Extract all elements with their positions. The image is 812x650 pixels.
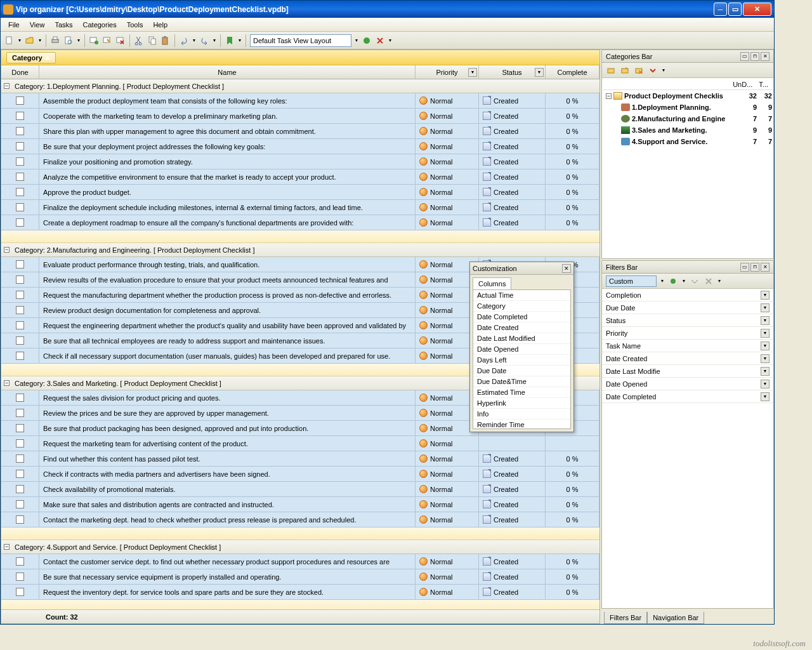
undo-icon[interactable] xyxy=(178,34,190,47)
task-row[interactable]: Analyze the competitive environment to e… xyxy=(1,169,599,185)
edit-task-icon[interactable] xyxy=(101,34,114,47)
menu-file[interactable]: File xyxy=(3,20,25,30)
done-checkbox[interactable] xyxy=(16,321,24,329)
done-checkbox[interactable] xyxy=(16,306,24,314)
filter-dropdown-icon[interactable]: ▼ xyxy=(761,354,769,363)
filter-preset-dropdown[interactable]: ▾ xyxy=(659,278,665,284)
maximize-button[interactable]: ▭ xyxy=(728,3,742,16)
menu-help[interactable]: Help xyxy=(148,20,173,30)
cut-icon[interactable] xyxy=(133,34,145,47)
panel-pin-icon[interactable]: ⊓ xyxy=(750,52,759,61)
task-row[interactable]: Find out whether this content has passed… xyxy=(1,451,599,467)
task-row[interactable]: Check availability of promotional materi… xyxy=(1,482,599,497)
filter-dropdown-icon[interactable]: ▼ xyxy=(761,329,769,338)
redo-dropdown[interactable]: ▾ xyxy=(211,37,218,43)
done-checkbox[interactable] xyxy=(16,500,24,508)
delete-task-icon[interactable] xyxy=(114,34,127,47)
filter-status-icon[interactable]: ▼ xyxy=(535,68,544,77)
customization-item[interactable]: Info xyxy=(473,409,570,420)
filter-dropdown-icon[interactable]: ▼ xyxy=(761,380,769,388)
task-row[interactable]: Request the inventory dept. for service … xyxy=(1,585,599,600)
task-row[interactable]: Finalize the deployment schedule includi… xyxy=(1,200,599,215)
col-status[interactable]: Status▼ xyxy=(479,65,546,79)
layout-delete-icon[interactable] xyxy=(374,34,386,47)
filter-item[interactable]: Completion▼ xyxy=(602,289,773,302)
done-checkbox[interactable] xyxy=(16,409,24,417)
collapse-icon[interactable]: − xyxy=(4,247,10,253)
filter-dropdown-icon[interactable]: ▼ xyxy=(761,303,769,312)
filter-item[interactable]: Status▼ xyxy=(602,314,773,327)
new-doc-icon[interactable] xyxy=(3,34,16,47)
done-checkbox[interactable] xyxy=(16,96,24,105)
done-checkbox[interactable] xyxy=(16,173,24,181)
category-tree[interactable]: UnD... T... −Product Deployment Checklis… xyxy=(602,78,773,258)
new-task-icon[interactable] xyxy=(88,34,100,47)
col-done[interactable]: Done xyxy=(1,65,39,79)
filter-priority-icon[interactable]: ▼ xyxy=(468,68,477,77)
customization-close-icon[interactable]: ✕ xyxy=(562,264,571,273)
filter-dropdown-icon[interactable]: ▼ xyxy=(761,316,769,325)
tree-item[interactable]: 1.Deployment Planning.99 xyxy=(603,102,772,113)
filter-item[interactable]: Task Name▼ xyxy=(602,340,773,352)
done-checkbox[interactable] xyxy=(16,352,24,360)
panel-restore-icon[interactable]: ▭ xyxy=(740,52,749,61)
done-checkbox[interactable] xyxy=(16,142,24,150)
customization-item[interactable]: Estimated Time xyxy=(473,387,570,398)
minimize-button[interactable]: ─ xyxy=(714,3,727,16)
cat-new-icon[interactable] xyxy=(605,64,617,77)
tree-item[interactable]: −Product Deployment Checklis3232 xyxy=(603,90,772,102)
filter-more-dropdown[interactable]: ▾ xyxy=(716,278,723,284)
done-checkbox[interactable] xyxy=(16,218,24,227)
done-checkbox[interactable] xyxy=(16,439,24,448)
preview-icon[interactable] xyxy=(62,34,75,47)
customization-list[interactable]: Actual TimeCategoryDate CompletedDate Cr… xyxy=(473,289,571,429)
collapse-icon[interactable]: − xyxy=(4,83,10,89)
menu-tools[interactable]: Tools xyxy=(122,20,148,30)
panel-pin-icon[interactable]: ⊓ xyxy=(750,263,759,272)
done-checkbox[interactable] xyxy=(16,485,24,493)
done-checkbox[interactable] xyxy=(16,336,24,345)
menu-categories[interactable]: Categories xyxy=(78,20,122,30)
filter-item[interactable]: Date Completed▼ xyxy=(602,390,773,403)
copy-icon[interactable] xyxy=(146,34,159,47)
paste-icon[interactable] xyxy=(159,34,172,47)
panel-close-icon[interactable]: ✕ xyxy=(761,52,769,61)
customization-popup[interactable]: Customization ✕ Columns Actual TimeCateg… xyxy=(469,262,574,432)
customization-tab-columns[interactable]: Columns xyxy=(473,277,511,289)
group-badge-category[interactable]: Category xyxy=(6,52,56,63)
preview-dropdown[interactable]: ▾ xyxy=(75,37,82,43)
panel-close-icon[interactable]: ✕ xyxy=(761,263,769,272)
filter-item[interactable]: Date Created▼ xyxy=(602,352,773,365)
layout-save-icon[interactable] xyxy=(360,34,373,47)
filter-item[interactable]: Date Last Modifie▼ xyxy=(602,365,773,378)
done-checkbox[interactable] xyxy=(16,424,24,432)
customization-item[interactable]: Date Completed xyxy=(473,312,570,322)
filter-dropdown-icon[interactable]: ▼ xyxy=(761,342,769,350)
done-checkbox[interactable] xyxy=(16,275,24,284)
done-checkbox[interactable] xyxy=(16,573,24,581)
tab-filters-bar[interactable]: Filters Bar xyxy=(604,612,647,624)
filter-preset-select[interactable] xyxy=(606,275,657,287)
layout-dropdown[interactable]: ▾ xyxy=(353,37,360,43)
panel-restore-icon[interactable]: ▭ xyxy=(740,263,749,272)
filter-item[interactable]: Due Date▼ xyxy=(602,302,773,314)
task-row[interactable]: Check if contracts with media partners a… xyxy=(1,467,599,482)
done-checkbox[interactable] xyxy=(16,394,24,402)
col-priority[interactable]: Priority▼ xyxy=(416,65,479,79)
customization-item[interactable]: Category xyxy=(473,301,570,312)
done-checkbox[interactable] xyxy=(16,588,24,596)
filter-save-dropdown[interactable]: ▾ xyxy=(681,278,687,284)
tree-item[interactable]: 4.Support and Service.77 xyxy=(603,136,772,147)
layout-select[interactable] xyxy=(250,34,351,47)
bookmark-dropdown[interactable]: ▾ xyxy=(237,37,243,43)
done-checkbox[interactable] xyxy=(16,127,24,135)
done-checkbox[interactable] xyxy=(16,157,24,166)
tree-item[interactable]: 3.Sales and Marketing.99 xyxy=(603,124,772,136)
done-checkbox[interactable] xyxy=(16,470,24,478)
task-row[interactable]: Cooperate with the marketing team to dev… xyxy=(1,109,599,124)
customization-item[interactable]: Date Opened xyxy=(473,344,570,355)
done-checkbox[interactable] xyxy=(16,515,24,524)
done-checkbox[interactable] xyxy=(16,260,24,269)
new-doc-dropdown[interactable]: ▾ xyxy=(16,37,23,43)
redo-icon[interactable] xyxy=(198,34,211,47)
